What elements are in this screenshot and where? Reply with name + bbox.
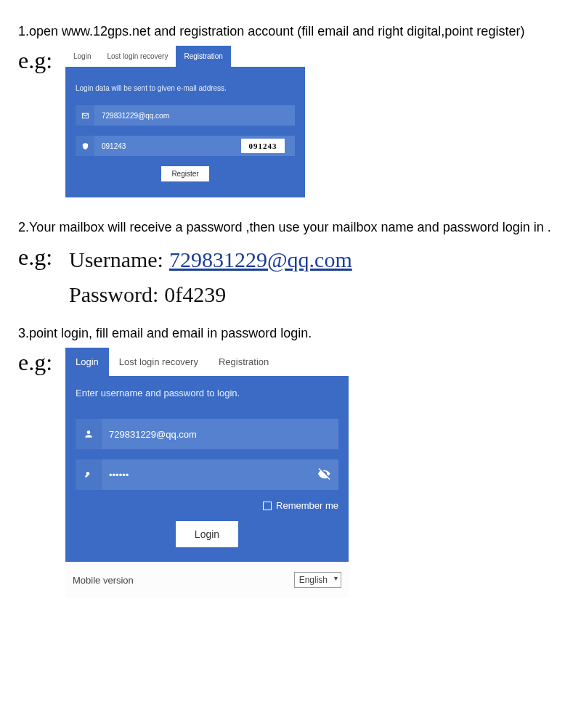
credentials-block: Username: 729831229@qq.com Password: 0f4… bbox=[65, 242, 352, 312]
language-select[interactable]: English bbox=[294, 572, 341, 588]
password-field-value: •••••• bbox=[102, 459, 338, 490]
shield-icon bbox=[76, 136, 94, 156]
password-line: Password: 0f4239 bbox=[69, 277, 352, 312]
email-value: 729831229@qq.com bbox=[94, 105, 295, 126]
tab-login-2[interactable]: Login bbox=[65, 348, 109, 376]
login-footer: Mobile version English bbox=[65, 562, 349, 598]
tab-registration-2[interactable]: Registration bbox=[208, 348, 279, 376]
remember-checkbox[interactable] bbox=[263, 502, 272, 510]
username-line: Username: 729831229@qq.com bbox=[69, 242, 352, 277]
tab-recovery-2[interactable]: Lost login recovery bbox=[109, 348, 208, 376]
mobile-version-link[interactable]: Mobile version bbox=[73, 575, 134, 586]
step-1-text: 1.open www.12gps.net and registration ac… bbox=[18, 23, 563, 40]
login-body: Enter username and password to login. 72… bbox=[65, 376, 349, 562]
step-2-text: 2.Your mailbox will receive a password ,… bbox=[18, 219, 563, 236]
mail-icon bbox=[76, 105, 94, 126]
eg-label-3: e.g: bbox=[18, 348, 62, 374]
example-3: e.g: Login Lost login recovery Registrat… bbox=[18, 348, 563, 598]
user-icon bbox=[76, 419, 102, 449]
registration-instruction: Login data will be sent to given e-mail … bbox=[76, 84, 295, 92]
registration-tabs: Login Lost login recovery Registration bbox=[65, 46, 305, 67]
register-button[interactable]: Register bbox=[161, 166, 208, 181]
password-value: 0f4239 bbox=[164, 277, 226, 312]
example-1: e.g: Login Lost login recovery Registrat… bbox=[18, 46, 563, 197]
login-tabs: Login Lost login recovery Registration bbox=[65, 348, 349, 376]
password-field[interactable]: •••••• bbox=[76, 459, 338, 490]
eg-label-2: e.g: bbox=[18, 242, 62, 269]
step-3-text: 3.point login, fill email and email in p… bbox=[18, 325, 563, 342]
key-icon bbox=[76, 459, 102, 490]
login-panel: Login Lost login recovery Registration E… bbox=[65, 348, 349, 598]
captcha-input-value: 091243 091243 bbox=[94, 136, 295, 156]
captcha-field[interactable]: 091243 091243 bbox=[76, 136, 295, 156]
registration-body: Login data will be sent to given e-mail … bbox=[65, 67, 305, 197]
tab-registration[interactable]: Registration bbox=[176, 46, 230, 67]
tab-login[interactable]: Login bbox=[65, 46, 99, 67]
email-field[interactable]: 729831229@qq.com bbox=[76, 105, 295, 126]
password-label: Password: bbox=[69, 277, 158, 312]
username-field[interactable]: 729831229@qq.com bbox=[76, 419, 338, 449]
login-instruction: Enter username and password to login. bbox=[76, 388, 338, 398]
username-value[interactable]: 729831229@qq.com bbox=[169, 242, 352, 277]
registration-panel: Login Lost login recovery Registration L… bbox=[65, 46, 305, 197]
eg-label-1: e.g: bbox=[18, 46, 62, 72]
username-field-value: 729831229@qq.com bbox=[102, 419, 338, 449]
username-label: Username: bbox=[69, 242, 163, 277]
password-visibility-icon[interactable] bbox=[318, 467, 331, 483]
login-button[interactable]: Login bbox=[176, 521, 238, 547]
example-2: e.g: Username: 729831229@qq.com Password… bbox=[18, 242, 563, 312]
remember-me-row[interactable]: Remember me bbox=[76, 500, 338, 511]
captcha-image: 091243 bbox=[241, 139, 285, 153]
tab-recovery[interactable]: Lost login recovery bbox=[99, 46, 176, 67]
remember-label: Remember me bbox=[276, 500, 338, 511]
